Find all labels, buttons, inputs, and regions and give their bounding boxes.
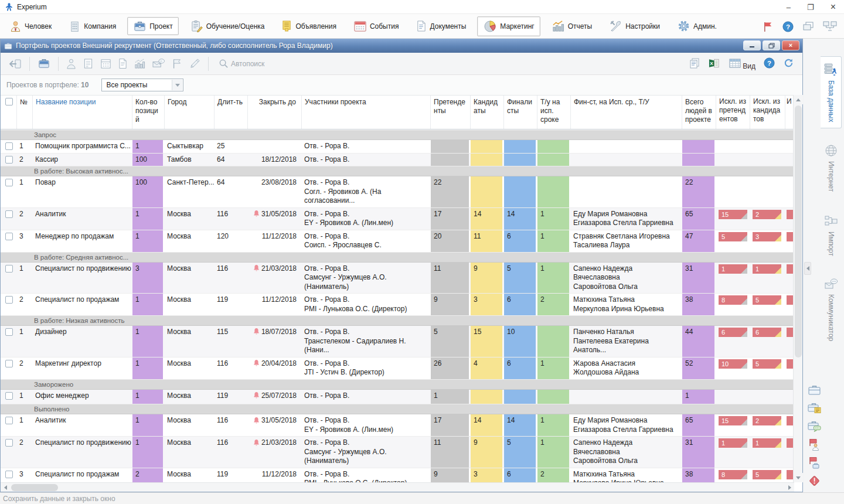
horizontal-scroll-thumb[interactable] xyxy=(11,484,58,491)
flag-person-icon[interactable] xyxy=(807,437,821,451)
window-minimize-button[interactable] xyxy=(743,40,761,50)
form-icon[interactable] xyxy=(80,56,97,71)
row-checkbox[interactable] xyxy=(5,392,13,400)
vertical-scroll-thumb[interactable] xyxy=(795,105,802,357)
briefcase-note-icon[interactable] xyxy=(807,401,821,415)
row-checkbox[interactable] xyxy=(5,328,13,336)
calendar-grid-icon[interactable] xyxy=(97,56,115,71)
sidebar-collapse-button[interactable] xyxy=(804,262,811,275)
help-icon[interactable]: ? xyxy=(782,21,794,32)
row-checkbox[interactable] xyxy=(5,439,13,447)
toolbar-button-marketing[interactable]: Маркетинг xyxy=(477,16,540,36)
toolbar-button-company[interactable]: Компания xyxy=(63,17,122,36)
row-checkbox[interactable] xyxy=(5,233,13,240)
person-grey-icon[interactable] xyxy=(63,56,80,71)
autosearch[interactable]: Автопоиск xyxy=(219,59,264,69)
toolbar-button-events[interactable]: События xyxy=(348,17,405,35)
row-checkbox[interactable] xyxy=(5,296,13,304)
excel-icon[interactable]: X xyxy=(709,58,721,70)
flag-grey-icon[interactable] xyxy=(168,56,186,71)
app-minimize-button[interactable]: – xyxy=(787,4,791,11)
toolbar-button-admin[interactable]: Админ. xyxy=(671,16,723,36)
sidebar-tab-internet[interactable]: Интернет xyxy=(821,138,842,198)
table-row[interactable]: 1Специалист по продвижению3Москва11621/0… xyxy=(1,263,794,294)
window-close-button[interactable]: × xyxy=(782,40,799,50)
column-header-dur[interactable]: Длит-ть xyxy=(215,96,248,129)
toolbar-button-project[interactable]: Проект xyxy=(127,17,179,35)
sidebar-tab-import[interactable]: Импорт xyxy=(821,208,842,263)
column-header-pos[interactable]: Кол-во позиций xyxy=(132,96,165,129)
row-checkbox[interactable] xyxy=(5,471,13,478)
project-filter-dropdown[interactable]: Все проекты xyxy=(101,79,183,91)
column-header-xa[interactable]: Искл. из претендентов xyxy=(716,96,750,129)
column-header-xc[interactable]: Искл. из кандидатов xyxy=(750,96,785,129)
scroll-up-button[interactable] xyxy=(794,95,803,104)
column-header-total[interactable]: Всего людей в проекте xyxy=(682,96,716,129)
row-checkbox[interactable] xyxy=(5,417,13,424)
document-grey-icon[interactable] xyxy=(115,56,131,71)
flag-briefcase-icon[interactable] xyxy=(807,455,821,469)
table-row[interactable]: 2Маркетинг директор1Москва11620/04/2018О… xyxy=(1,357,794,380)
table-row[interactable]: 1Помощник программиста С...1Сыктывкар25О… xyxy=(1,140,794,154)
column-header-city[interactable]: Город xyxy=(165,96,215,129)
view-grid-icon[interactable]: Вид xyxy=(729,58,755,70)
toolbar-button-settings[interactable]: Настройки xyxy=(603,17,666,35)
row-checkbox[interactable] xyxy=(5,265,13,273)
toolbar-button-ads[interactable]: Объявления xyxy=(275,17,342,35)
table-row[interactable]: 2Специалист по продвижению1Москва11621/0… xyxy=(1,437,794,468)
table-row[interactable]: 1Аналитик1Москва11631/05/2018Отв. - Рора… xyxy=(1,414,794,437)
copy-doc-icon[interactable] xyxy=(689,57,700,71)
toolbar-button-training[interactable]: Обучение/Оценка xyxy=(184,17,271,35)
scroll-down-button[interactable] xyxy=(794,473,803,482)
workstations-icon[interactable] xyxy=(823,21,837,32)
briefcase-chat-icon[interactable] xyxy=(807,419,821,433)
column-header-name[interactable]: Название позиции xyxy=(33,96,132,129)
app-close-button[interactable]: × xyxy=(831,2,836,12)
select-all-checkbox[interactable] xyxy=(5,98,13,105)
column-header-prob[interactable]: Т/у на исп. сроке xyxy=(537,96,571,129)
sidebar-tab-communicator[interactable]: Коммуникатор xyxy=(821,272,842,348)
column-header-num[interactable]: № xyxy=(17,96,33,129)
scroll-left-button[interactable] xyxy=(1,483,10,492)
flag-icon[interactable] xyxy=(763,21,774,32)
alert-icon[interactable] xyxy=(807,474,821,488)
horizontal-scrollbar[interactable] xyxy=(1,482,794,492)
toolbar-button-person[interactable]: Человек xyxy=(4,17,57,36)
table-row[interactable]: 1Дизайнер1Москва11518/07/2018Отв. - Рора… xyxy=(1,326,794,357)
table-row[interactable]: 3Менеджер по продажам1Москва12011/12/201… xyxy=(1,230,794,253)
refresh-icon[interactable] xyxy=(783,57,794,70)
row-checkbox[interactable] xyxy=(5,179,13,186)
back-icon[interactable] xyxy=(5,57,25,71)
column-header-part[interactable]: Участники проекта xyxy=(302,96,431,129)
mail-chat-icon[interactable] xyxy=(149,56,168,71)
row-checkbox[interactable] xyxy=(5,210,13,218)
toolbar-button-reports[interactable]: Отчеты xyxy=(546,17,598,35)
chart-grey-icon[interactable] xyxy=(131,56,149,71)
help-icon[interactable]: ? xyxy=(764,57,775,70)
vertical-scrollbar[interactable] xyxy=(793,95,802,482)
briefcase-icon[interactable] xyxy=(807,383,821,397)
column-header-close[interactable]: Закрыть до xyxy=(248,96,302,129)
table-row[interactable]: 1Офис менеджер1Москва11925/07/2018Отв. -… xyxy=(1,390,794,405)
scroll-right-button[interactable] xyxy=(785,483,794,492)
portfolio-blue-icon[interactable] xyxy=(34,56,54,71)
window-titlebar[interactable]: Портфель проектов Внешний рекрутмент (От… xyxy=(1,39,802,53)
table-row[interactable]: 2Аналитик1Москва11631/05/2018Отв. - Рора… xyxy=(1,208,794,230)
row-checkbox[interactable] xyxy=(5,142,13,150)
table-row[interactable]: 3Специалист по продажам2Москва11911/12/2… xyxy=(1,468,794,483)
windows-icon[interactable] xyxy=(802,21,814,32)
window-restore-button[interactable] xyxy=(763,40,780,50)
column-header-cand[interactable]: Кандидаты xyxy=(471,96,504,129)
column-header-finst[interactable]: Фин-ст, на Исп. ср., Т/У xyxy=(571,96,682,129)
table-row[interactable]: 1Повар100Санкт-Петер...6423/08/2018Отв. … xyxy=(1,176,794,208)
table-row[interactable]: 2Кассир100Тамбов6418/12/2018Отв. - Рора … xyxy=(1,154,794,167)
column-header-app[interactable]: Претенденты xyxy=(431,96,471,129)
column-header-fin[interactable]: Финалисты xyxy=(504,96,537,129)
row-checkbox[interactable] xyxy=(5,360,13,367)
sidebar-tab-database[interactable]: База данных xyxy=(821,56,842,128)
pencil-icon[interactable] xyxy=(186,56,204,71)
toolbar-button-documents[interactable]: Документы xyxy=(410,17,472,35)
table-row[interactable]: 2Специалист по продажам1Москва11911/12/2… xyxy=(1,294,794,316)
row-checkbox[interactable] xyxy=(5,156,13,164)
app-restore-button[interactable]: ❐ xyxy=(807,4,814,11)
